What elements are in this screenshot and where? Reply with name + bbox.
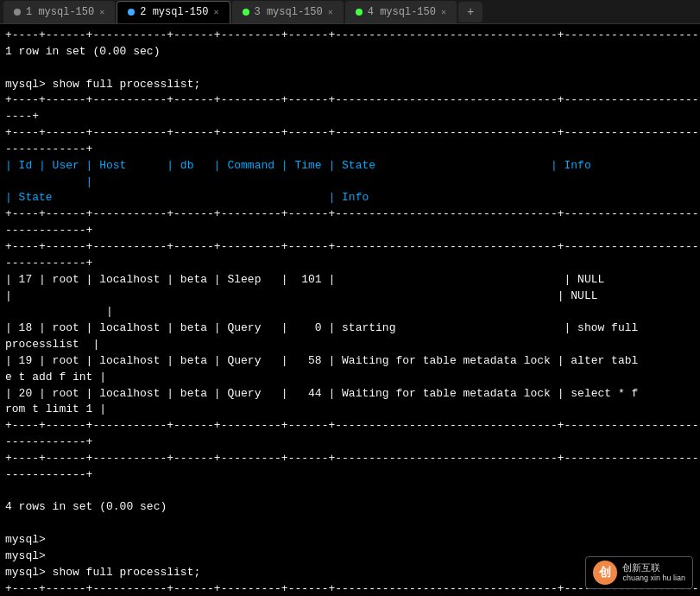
tab-3[interactable]: 3 mysql-150 ✕ [232, 1, 344, 23]
line-1: +----+------+-----------+------+--------… [5, 28, 695, 44]
tab-4-label: 4 mysql-150 [368, 6, 436, 18]
line-11: ------------+ [5, 223, 695, 239]
line-8: ------------+ [5, 142, 695, 158]
line-26: ------------+ [5, 467, 695, 484]
line-29 [5, 516, 695, 532]
line-22: rom t limit 1 | [5, 402, 695, 418]
line-27 [5, 484, 695, 500]
line-20: e t add f int | [5, 370, 695, 386]
watermark-logo: 创 [593, 561, 617, 585]
tab-2-label: 2 mysql-150 [140, 6, 208, 18]
line-15: | | NULL [5, 288, 695, 305]
line-28: 4 rows in set (0.00 sec) [5, 499, 695, 516]
tab-2-dot [128, 9, 135, 16]
terminal-area[interactable]: +----+------+-----------+------+--------… [0, 24, 700, 596]
tab-1[interactable]: 1 mysql-150 ✕ [3, 1, 115, 23]
line-16: | [5, 304, 695, 320]
tab-3-close[interactable]: ✕ [328, 7, 333, 17]
tab-2[interactable]: 2 mysql-150 ✕ [117, 1, 230, 23]
watermark-line1: 创新互联 [622, 561, 685, 574]
tab-4-dot [356, 9, 363, 16]
line-2: 1 row in set (0.00 sec) [5, 44, 695, 60]
line-25: +----+------+-----------+------+--------… [5, 451, 695, 467]
tab-3-label: 3 mysql-150 [255, 6, 323, 18]
line-12: +----+------+-----------+------+--------… [5, 239, 695, 256]
watermark-text: 创新互联 chuang xin hu lian [622, 561, 685, 584]
new-tab-button[interactable]: + [458, 2, 482, 22]
line-17: | 18 | root | localhost | beta | Query |… [5, 320, 695, 337]
line-9b: | [5, 174, 695, 191]
watermark: 创 创新互联 chuang xin hu lian [585, 556, 693, 589]
line-9c: | State | Info [5, 190, 695, 206]
line-13: ------------+ [5, 256, 695, 272]
line-6: ----+ [5, 109, 695, 125]
line-21: | 20 | root | localhost | beta | Query |… [5, 386, 695, 403]
tab-2-close[interactable]: ✕ [213, 7, 218, 17]
tab-3-dot [243, 9, 249, 16]
line-23: +----+------+-----------+------+--------… [5, 418, 695, 434]
tab-1-close[interactable]: ✕ [99, 7, 104, 17]
line-14: | 17 | root | localhost | beta | Sleep |… [5, 272, 695, 288]
line-9: | Id | User | Host | db | Command | Time… [5, 158, 695, 174]
tab-1-dot [14, 9, 21, 16]
line-30: mysql> [5, 532, 695, 548]
tab-4[interactable]: 4 mysql-150 ✕ [345, 1, 457, 23]
line-3 [5, 60, 695, 77]
line-4: mysql> show full processlist; [5, 77, 695, 93]
line-19: | 19 | root | localhost | beta | Query |… [5, 353, 695, 370]
watermark-line2: chuang xin hu lian [622, 574, 685, 584]
line-18: processlist | [5, 337, 695, 353]
line-10: +----+------+-----------+------+--------… [5, 206, 695, 223]
tab-bar: 1 mysql-150 ✕ 2 mysql-150 ✕ 3 mysql-150 … [0, 0, 700, 24]
line-7: +----+------+-----------+------+--------… [5, 125, 695, 142]
line-24: ------------+ [5, 434, 695, 451]
tab-4-close[interactable]: ✕ [441, 7, 446, 17]
tab-1-label: 1 mysql-150 [26, 6, 94, 18]
line-5: +----+------+-----------+------+--------… [5, 92, 695, 109]
